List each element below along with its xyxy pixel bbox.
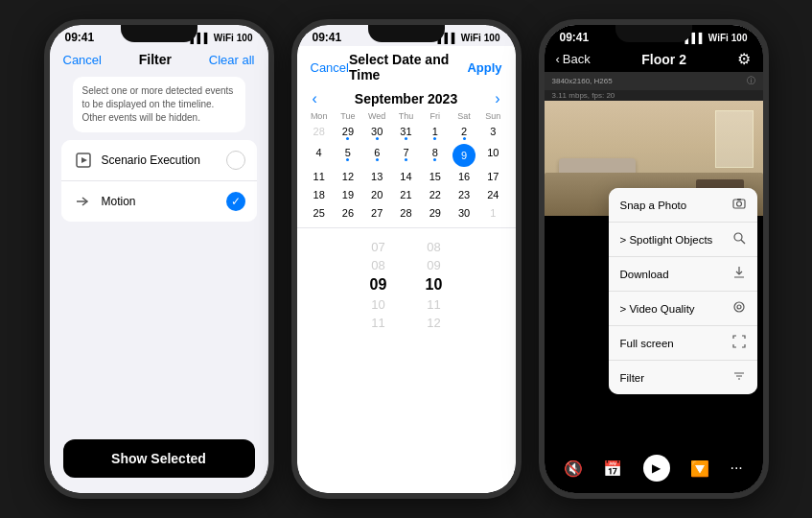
calendar-cancel-button[interactable]: Cancel <box>311 60 349 75</box>
cal-day[interactable]: 19 <box>334 186 362 203</box>
wifi-icon-2: WiFi <box>461 33 481 43</box>
camera-menu-icon <box>732 197 746 213</box>
filter-list: Scenario Execution Moti <box>61 140 257 222</box>
cal-day[interactable]: 17 <box>478 168 507 185</box>
cal-day[interactable]: 31 <box>391 123 420 143</box>
back-button[interactable]: ‹ Back <box>556 52 591 66</box>
filter-info-text: Select one or more detected events to be… <box>82 85 234 123</box>
hour-item: 08 <box>355 256 403 274</box>
clear-all-button[interactable]: Clear all <box>209 53 255 67</box>
cal-day[interactable]: 1 <box>421 123 450 143</box>
cal-day[interactable]: 5 <box>334 144 362 167</box>
menu-item-video-quality[interactable]: > Video Quality <box>609 292 757 326</box>
cal-day[interactable]: 28 <box>305 123 334 143</box>
calendar-icon[interactable]: 📅 <box>603 459 622 478</box>
menu-item-download[interactable]: Download <box>609 257 757 292</box>
phone-filter: 09:41 ▌▌▌ WiFi 100 Cancel Filter Clear a… <box>44 19 274 499</box>
cal-day[interactable]: 30 <box>450 204 478 222</box>
scenario-radio[interactable] <box>226 151 245 170</box>
cal-day[interactable]: 24 <box>478 186 507 203</box>
day-sat: Sat <box>450 111 478 121</box>
day-mon: Mon <box>305 111 334 121</box>
cal-day-today[interactable]: 9 <box>452 144 476 167</box>
minute-item: 11 <box>410 295 458 314</box>
time-picker[interactable]: 07 08 09 10 11 08 09 10 11 12 <box>297 234 516 336</box>
cal-day[interactable]: 30 <box>362 123 391 143</box>
cal-day[interactable]: 8 <box>421 144 450 167</box>
minute-column[interactable]: 08 09 10 11 12 <box>410 238 458 332</box>
cal-day[interactable]: 10 <box>478 144 507 167</box>
settings-icon[interactable]: ⚙ <box>737 50 751 68</box>
cal-day[interactable]: 3 <box>478 123 507 143</box>
cal-day[interactable]: 22 <box>421 186 450 203</box>
show-selected-button[interactable]: Show Selected <box>63 439 255 478</box>
cal-day[interactable]: 29 <box>334 123 362 143</box>
battery-icon: 100 <box>237 33 253 43</box>
calendar-divider <box>297 227 516 228</box>
cal-day[interactable]: 23 <box>450 186 478 203</box>
status-icons-2: ▌▌▌ WiFi 100 <box>438 33 500 43</box>
cal-day[interactable]: 20 <box>362 186 391 203</box>
play-button[interactable]: ▶ <box>643 455 670 482</box>
scenario-label: Scenario Execution <box>102 153 200 167</box>
fullscreen-label: Full screen <box>620 338 674 349</box>
filter-item-scenario[interactable]: Scenario Execution <box>61 140 257 181</box>
cal-day[interactable]: 21 <box>391 186 420 203</box>
fullscreen-icon <box>732 335 746 351</box>
cal-day[interactable]: 15 <box>421 168 450 185</box>
mute-icon[interactable]: 🔇 <box>564 459 583 478</box>
minute-item: 08 <box>410 238 458 256</box>
menu-item-filter[interactable]: Filter <box>609 361 757 394</box>
menu-item-spotlight[interactable]: > Spotlight Objects <box>609 223 757 257</box>
calendar-title: Select Date and Time <box>349 52 467 82</box>
filter-top-bar: Cancel Filter Clear all <box>50 46 268 71</box>
cal-day[interactable]: 25 <box>305 204 334 222</box>
cal-day[interactable]: 16 <box>450 168 478 185</box>
cal-day[interactable]: 12 <box>334 168 362 185</box>
next-month-button[interactable]: › <box>495 90 499 107</box>
cal-day[interactable]: 2 <box>450 123 478 143</box>
filter-item-motion[interactable]: Motion ✓ <box>61 181 257 222</box>
video-quality-icon <box>732 300 746 317</box>
cal-day[interactable]: 29 <box>421 204 450 222</box>
cal-day[interactable]: 7 <box>391 144 420 167</box>
svg-point-11 <box>737 305 741 309</box>
motion-radio[interactable]: ✓ <box>226 192 245 211</box>
menu-item-snap-photo[interactable]: Snap a Photo <box>609 188 757 223</box>
cal-day[interactable]: 4 <box>305 144 334 167</box>
status-icons-1: ▌▌▌ WiFi 100 <box>191 33 253 43</box>
cal-day[interactable]: 11 <box>305 168 334 185</box>
cal-day[interactable]: 27 <box>362 204 391 222</box>
svg-point-6 <box>734 233 742 241</box>
more-options-icon[interactable]: ··· <box>730 459 742 477</box>
hour-column[interactable]: 07 08 09 10 11 <box>355 238 403 332</box>
cancel-button[interactable]: Cancel <box>63 53 102 67</box>
info-icon: ⓘ <box>747 75 755 87</box>
spotlight-icon <box>732 231 746 247</box>
cal-day[interactable]: 26 <box>334 204 362 222</box>
cal-day[interactable]: 14 <box>391 168 420 185</box>
menu-item-fullscreen[interactable]: Full screen <box>609 326 757 361</box>
status-time-3: 09:41 <box>560 31 590 44</box>
video-quality-label: > Video Quality <box>620 303 695 315</box>
motion-icon <box>73 191 94 212</box>
snap-photo-label: Snap a Photo <box>620 200 687 211</box>
hour-selected: 09 <box>355 274 403 295</box>
apply-button[interactable]: Apply <box>467 60 501 75</box>
cal-day[interactable]: 28 <box>391 204 420 222</box>
scenario-left: Scenario Execution <box>73 150 200 171</box>
download-label: Download <box>620 269 669 280</box>
status-icons-3: ▌▌▌ WiFi 100 <box>685 33 748 43</box>
filter-bottom-icon[interactable]: 🔽 <box>690 459 709 478</box>
cal-day[interactable]: 1 <box>478 204 507 222</box>
prev-month-button[interactable]: ‹ <box>313 90 317 107</box>
cal-day[interactable]: 6 <box>362 144 391 167</box>
hour-item: 10 <box>355 295 403 314</box>
notch-2 <box>368 25 445 42</box>
filter-info-box: Select one or more detected events to be… <box>73 77 245 132</box>
svg-line-7 <box>741 240 745 244</box>
wifi-icon-3: WiFi <box>708 33 729 43</box>
cal-day[interactable]: 18 <box>305 186 334 203</box>
cal-day[interactable]: 13 <box>362 168 391 185</box>
window-light <box>715 110 754 168</box>
